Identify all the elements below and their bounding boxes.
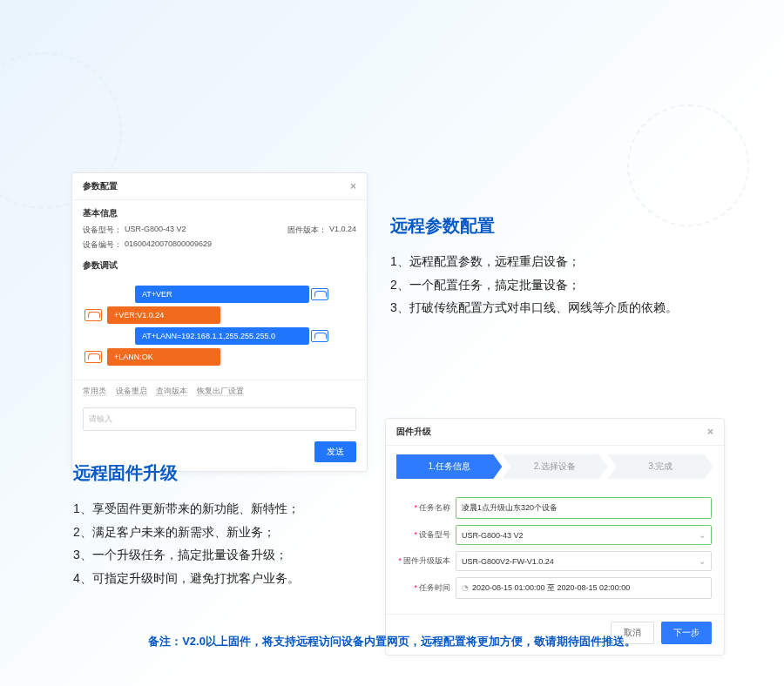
command-input[interactable]: 请输入	[83, 407, 356, 431]
firmware-version-select[interactable]: USR-G800V2-FW-V1.0.24 ⌄	[456, 551, 712, 571]
response-command: +VER:V1.0.24	[107, 306, 220, 324]
dialog-header: 参数配置 ×	[72, 173, 367, 200]
model-value: USR-G800-43 V2	[125, 225, 261, 236]
send-button[interactable]: 发送	[314, 441, 356, 462]
response-command: +LANN:OK	[107, 348, 220, 366]
quick-link-restart[interactable]: 设备重启	[116, 387, 147, 396]
footer-note: 备注：V2.0以上固件，将支持远程访问设备内置网页，远程配置将更加方便，敬请期待…	[0, 634, 784, 649]
quick-links-row: 常用类 设备重启 查询版本 恢复出厂设置	[72, 380, 367, 402]
id-label: 设备编号：	[83, 239, 125, 251]
param-debug-heading: 参数调试	[72, 252, 367, 275]
firmware-version-label: *固件升级版本	[398, 555, 456, 567]
step-select-device[interactable]: 2.选择设备	[502, 454, 607, 479]
device-icon	[84, 309, 102, 321]
section-title: 远程固件升级	[73, 461, 300, 485]
firmware-label: 固件版本：	[287, 225, 329, 236]
step-finish[interactable]: 3.完成	[608, 454, 713, 479]
firmware-upgrade-dialog: 固件升级 × 1.任务信息 2.选择设备 3.完成 *任务名称 凌晨1点升级山东…	[385, 418, 725, 656]
basic-info-heading: 基本信息	[72, 200, 367, 223]
device-icon	[311, 330, 328, 342]
id-value: 01600420070800009629	[125, 239, 356, 251]
task-time-label: *任务时间	[398, 582, 456, 594]
device-icon	[84, 351, 102, 363]
dialog-title: 参数配置	[83, 180, 118, 192]
task-time-input[interactable]: ◔2020-08-15 01:00:00 至 2020-08-15 02:00:…	[456, 577, 712, 599]
dialog-header: 固件升级 ×	[386, 419, 724, 446]
command-log: AT+VER +VER:V1.0.24 AT+LANN=192.168.1.1,…	[72, 275, 367, 376]
close-icon[interactable]: ×	[350, 180, 356, 192]
feature-line: 3、打破传统配置方式对串口线、网线等介质的依赖。	[390, 296, 678, 319]
task-name-label: *任务名称	[398, 502, 456, 514]
param-config-dialog: 参数配置 × 基本信息 设备型号： USR-G800-43 V2 固件版本： V…	[71, 172, 368, 472]
firmware-value: V1.0.24	[329, 225, 356, 236]
chevron-down-icon: ⌄	[699, 530, 706, 540]
sent-command: AT+VER	[135, 286, 309, 303]
model-label: 设备型号：	[83, 225, 125, 236]
dialog-title: 固件升级	[396, 426, 431, 438]
step-task-info[interactable]: 1.任务信息	[396, 454, 502, 479]
feature-line: 4、可指定升级时间，避免打扰客户业务。	[73, 567, 300, 590]
section-title: 远程参数配置	[390, 214, 678, 238]
quick-link-factory-reset[interactable]: 恢复出厂设置	[197, 387, 244, 396]
feature-line: 2、满足客户未来的新需求、新业务；	[73, 521, 300, 544]
remote-param-config-text: 远程参数配置 1、远程配置参数，远程重启设备； 2、一个配置任务，搞定批量设备；…	[390, 214, 678, 319]
feature-line: 1、享受固件更新带来的新功能、新特性；	[73, 497, 300, 521]
quick-link-common[interactable]: 常用类	[83, 387, 106, 396]
remote-firmware-upgrade-text: 远程固件升级 1、享受固件更新带来的新功能、新特性； 2、满足客户未来的新需求、…	[73, 461, 300, 589]
device-model-row: 设备型号： USR-G800-43 V2 固件版本： V1.0.24	[72, 223, 367, 238]
device-icon	[311, 288, 328, 300]
close-icon[interactable]: ×	[707, 426, 713, 438]
feature-line: 3、一个升级任务，搞定批量设备升级；	[73, 543, 300, 567]
step-indicator: 1.任务信息 2.选择设备 3.完成	[396, 454, 713, 479]
device-id-row: 设备编号： 01600420070800009629	[72, 238, 367, 252]
feature-line: 2、一个配置任务，搞定批量设备；	[390, 273, 678, 297]
quick-link-version[interactable]: 查询版本	[156, 387, 187, 396]
chevron-down-icon: ⌄	[699, 556, 706, 566]
task-name-input[interactable]: 凌晨1点升级山东320个设备	[456, 497, 712, 519]
device-model-label: *设备型号	[398, 529, 456, 541]
clock-icon: ◔	[462, 583, 469, 592]
device-model-select[interactable]: USR-G800-43 V2 ⌄	[456, 525, 712, 545]
sent-command: AT+LANN=192.168.1.1,255.255.255.0	[135, 327, 309, 345]
feature-line: 1、远程配置参数，远程重启设备；	[390, 250, 678, 273]
